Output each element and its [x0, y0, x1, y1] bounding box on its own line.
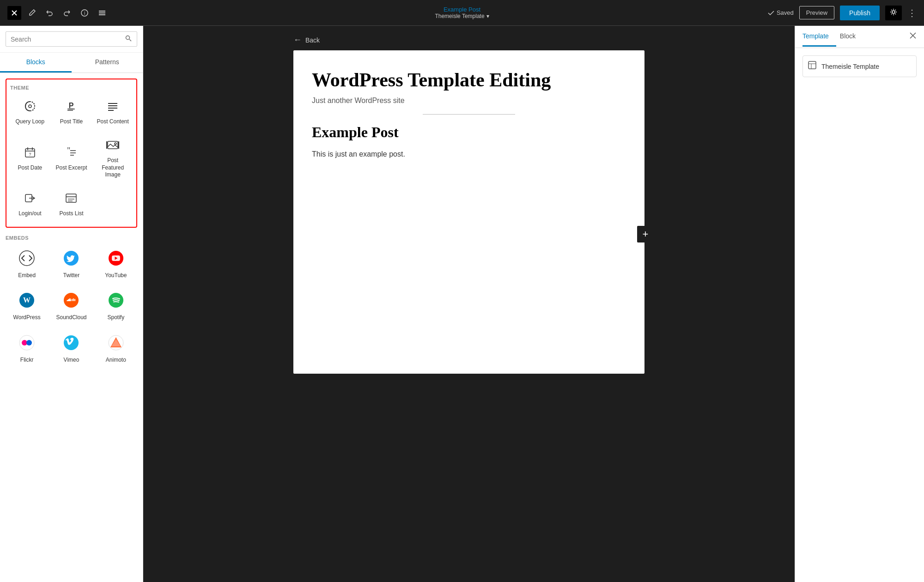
- block-item-twitter[interactable]: Twitter: [50, 244, 92, 285]
- block-item-youtube[interactable]: YouTube: [95, 244, 137, 285]
- wordpress-icon: W: [18, 292, 35, 311]
- svg-marker-52: [111, 339, 121, 346]
- embeds-blocks-grid: Embed Twitter: [6, 244, 137, 370]
- soundcloud-icon: [63, 292, 79, 311]
- canvas-site-title: WordPress Template Editing: [312, 69, 626, 91]
- sidebar-content: THEME Query Loop: [0, 73, 143, 582]
- svg-point-6: [892, 11, 895, 13]
- canvas-post-content: This is just an example post.: [312, 148, 626, 160]
- embed-icon: [18, 250, 35, 269]
- query-loop-icon: [24, 100, 36, 115]
- vimeo-icon: [63, 334, 79, 354]
- preview-button[interactable]: Preview: [799, 6, 834, 19]
- post-content-icon: [106, 100, 119, 115]
- publish-button[interactable]: Publish: [840, 6, 880, 20]
- search-input[interactable]: [11, 36, 125, 43]
- svg-point-8: [29, 105, 31, 108]
- tab-block[interactable]: Block: [840, 27, 863, 47]
- list-view-button[interactable]: [95, 6, 109, 20]
- template-name: Themeisle Template: [821, 63, 879, 70]
- block-item-post-content[interactable]: Post Content: [93, 94, 133, 131]
- block-item-post-excerpt[interactable]: " Post Excerpt: [52, 133, 91, 184]
- svg-rect-42: [72, 299, 73, 301]
- toolbar-right: Saved Preview Publish ⋮: [767, 6, 917, 20]
- svg-point-41: [64, 293, 79, 308]
- block-label-login-out: Login/out: [18, 210, 41, 218]
- svg-rect-44: [74, 299, 75, 301]
- svg-text:W: W: [23, 296, 30, 304]
- block-item-spotify[interactable]: Spotify: [95, 286, 137, 327]
- block-item-soundcloud[interactable]: SoundCloud: [50, 286, 92, 327]
- list-view-icon: [98, 9, 106, 17]
- toolbar-center: Example Post Themeisle Template ▾: [435, 6, 489, 19]
- back-arrow-icon[interactable]: ←: [293, 35, 302, 45]
- info-button[interactable]: i: [78, 6, 91, 20]
- saved-status: Saved: [767, 9, 794, 17]
- search-container: [0, 26, 143, 53]
- more-options-button[interactable]: ⋮: [907, 7, 917, 18]
- embeds-section-label: EMBEDS: [6, 235, 137, 241]
- template-item[interactable]: Themeisle Template: [802, 55, 917, 77]
- block-label-embed: Embed: [18, 272, 36, 279]
- undo-button[interactable]: [43, 6, 56, 20]
- settings-button[interactable]: [885, 6, 902, 20]
- right-sidebar-content: Themeisle Template: [795, 48, 924, 85]
- close-sidebar-button[interactable]: [909, 32, 917, 42]
- block-item-login-out[interactable]: Login/out: [10, 186, 50, 223]
- block-item-wordpress[interactable]: W WordPress: [6, 286, 48, 327]
- block-item-flickr[interactable]: Flickr: [6, 329, 48, 370]
- right-sidebar-header: Template Block: [795, 26, 924, 48]
- post-featured-image-icon: [106, 139, 119, 154]
- sidebar-tabs: Blocks Patterns: [0, 53, 143, 73]
- svg-text:P: P: [69, 102, 74, 109]
- add-block-button[interactable]: +: [637, 226, 654, 242]
- theme-section-label: THEME: [10, 85, 133, 91]
- search-icon: [125, 35, 132, 43]
- block-label-post-featured-image: Post Featured Image: [96, 157, 130, 179]
- block-item-post-date[interactable]: ? Post Date: [10, 133, 50, 184]
- canvas-divider: [423, 114, 515, 115]
- block-label-posts-list: Posts List: [59, 210, 83, 218]
- block-label-flickr: Flickr: [20, 357, 34, 364]
- toolbar-left: i: [7, 6, 109, 20]
- back-label: Back: [305, 36, 320, 44]
- tab-patterns[interactable]: Patterns: [72, 53, 143, 73]
- post-excerpt-icon: ": [65, 146, 78, 162]
- block-item-post-featured-image[interactable]: Post Featured Image: [93, 133, 133, 184]
- edit-tool-button[interactable]: [25, 6, 39, 20]
- block-label-query-loop: Query Loop: [15, 118, 44, 126]
- block-label-twitter: Twitter: [63, 272, 79, 279]
- posts-list-icon: [65, 192, 78, 207]
- block-label-spotify: Spotify: [107, 314, 124, 321]
- close-editor-button[interactable]: [7, 6, 21, 20]
- main-layout: Blocks Patterns THEME: [0, 26, 924, 582]
- block-item-animoto[interactable]: Animoto: [95, 329, 137, 370]
- block-item-embed[interactable]: Embed: [6, 244, 48, 285]
- flickr-icon: [18, 334, 35, 354]
- block-item-post-title[interactable]: P Post Title: [52, 94, 91, 131]
- block-item-vimeo[interactable]: Vimeo: [50, 329, 92, 370]
- block-label-youtube: YouTube: [105, 272, 127, 279]
- block-item-posts-list[interactable]: Posts List: [52, 186, 91, 223]
- youtube-icon: [108, 250, 124, 269]
- left-sidebar: Blocks Patterns THEME: [0, 26, 143, 582]
- svg-rect-4: [99, 12, 105, 13]
- block-label-post-content: Post Content: [97, 118, 128, 126]
- post-title-icon: P: [65, 100, 78, 115]
- theme-blocks-section: THEME Query Loop: [6, 79, 137, 228]
- canvas-site-subtitle: Just another WordPress site: [312, 97, 626, 105]
- spotify-icon: [108, 292, 124, 311]
- info-icon: i: [80, 9, 89, 17]
- redo-button[interactable]: [60, 6, 74, 20]
- svg-point-26: [115, 143, 116, 145]
- tab-blocks[interactable]: Blocks: [0, 53, 72, 73]
- block-label-post-excerpt: Post Excerpt: [55, 164, 87, 172]
- canvas-post-title: Example Post: [312, 124, 626, 141]
- block-label-vimeo: Vimeo: [64, 357, 79, 364]
- block-item-query-loop[interactable]: Query Loop: [10, 94, 50, 131]
- svg-rect-3: [99, 11, 105, 12]
- undo-icon: [45, 9, 54, 17]
- tab-template[interactable]: Template: [802, 27, 836, 47]
- gear-icon: [890, 8, 897, 16]
- block-label-soundcloud: SoundCloud: [56, 314, 86, 321]
